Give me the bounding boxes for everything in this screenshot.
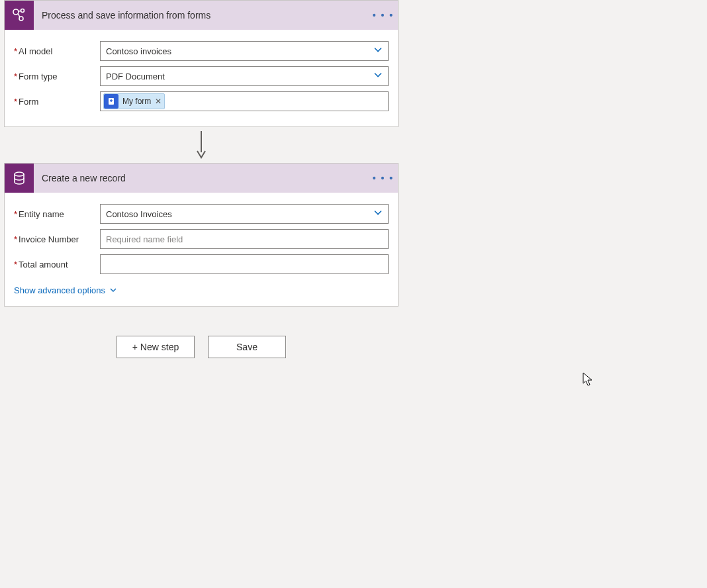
token-remove-icon[interactable]: ✕ (155, 97, 162, 106)
field-label: *AI model (14, 46, 100, 56)
chevron-down-icon (373, 209, 383, 220)
token-label: My form (122, 97, 151, 106)
select-value: Contoso invoices (106, 46, 171, 56)
select-value: PDF Document (106, 72, 165, 81)
database-icon (5, 164, 34, 193)
field-row-ai-model: *AI model Contoso invoices (14, 40, 389, 62)
svg-line-3 (18, 13, 20, 17)
mouse-cursor-icon (583, 372, 594, 389)
card-menu-button[interactable]: • • • (369, 173, 398, 183)
field-label: *Total amount (14, 260, 100, 270)
card-title: Create a new record (34, 173, 369, 183)
total-amount-input[interactable] (100, 254, 389, 274)
card-title: Process and save information from forms (34, 10, 369, 21)
form-type-select[interactable]: PDF Document (100, 66, 389, 86)
link-text: Show advanced options (14, 285, 105, 295)
ai-model-select[interactable]: Contoso invoices (100, 41, 389, 61)
card-header[interactable]: Process and save information from forms … (5, 1, 398, 30)
form-token-input[interactable]: My form ✕ (100, 91, 389, 111)
svg-point-1 (21, 9, 24, 13)
dynamic-content-token[interactable]: My form ✕ (103, 93, 165, 109)
field-row-invoice-number: *Invoice Number Required name field (14, 228, 389, 250)
flow-arrow-connector[interactable] (4, 127, 399, 163)
action-card-create-record: Create a new record • • • *Entity name C… (4, 163, 399, 307)
card-body: *Entity name Contoso Invoices *Invoice N… (5, 193, 398, 306)
field-label: *Form type (14, 72, 100, 81)
card-body: *AI model Contoso invoices *Form type PD… (5, 30, 398, 126)
select-value: Contoso Invoices (106, 209, 172, 219)
svg-point-7 (15, 172, 24, 176)
show-advanced-options-link[interactable]: Show advanced options (14, 279, 117, 295)
field-row-form-type: *Form type PDF Document (14, 66, 389, 87)
save-button[interactable]: Save (208, 336, 286, 358)
chevron-down-icon (109, 287, 117, 295)
field-row-form: *Form My form ✕ (14, 91, 389, 112)
field-row-entity-name: *Entity name Contoso Invoices (14, 203, 389, 224)
field-label: *Form (14, 97, 100, 107)
entity-name-select[interactable]: Contoso Invoices (100, 204, 389, 224)
field-row-total-amount: *Total amount (14, 254, 389, 275)
field-label: *Invoice Number (14, 234, 100, 244)
ai-builder-icon (5, 1, 34, 30)
new-step-button[interactable]: + New step (117, 336, 195, 358)
invoice-number-input[interactable]: Required name field (100, 229, 389, 249)
input-placeholder: Required name field (106, 234, 183, 244)
chevron-down-icon (373, 71, 383, 82)
field-label: *Entity name (14, 209, 100, 219)
chevron-down-icon (373, 46, 383, 57)
svg-line-4 (19, 11, 21, 12)
action-card-process-form: Process and save information from forms … (4, 0, 399, 127)
form-icon (104, 94, 118, 109)
footer-actions: + New step Save (4, 307, 399, 358)
card-header[interactable]: Create a new record • • • (5, 164, 398, 193)
card-menu-button[interactable]: • • • (369, 10, 398, 21)
